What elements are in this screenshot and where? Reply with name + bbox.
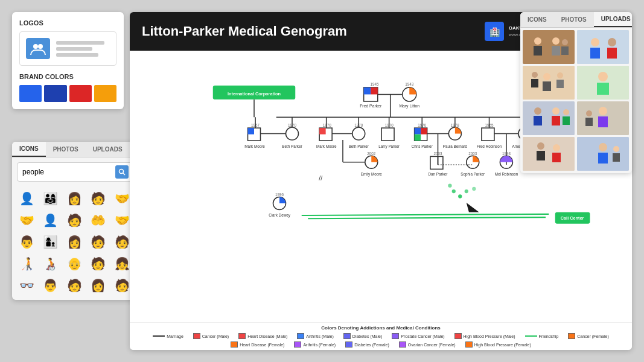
photo-7[interactable] <box>523 137 575 171</box>
legend-friendship: Friendship <box>525 333 559 339</box>
chris-q3 <box>415 135 421 141</box>
icon-6[interactable]: 🤝 <box>17 211 36 230</box>
icon-4[interactable]: 🧑 <box>89 189 108 208</box>
fred-name: Fred Parker <box>360 104 382 109</box>
icon-22[interactable]: 👨 <box>41 276 60 295</box>
beth2-name: Beth Parker <box>349 144 369 148</box>
svg-rect-17 <box>607 48 617 59</box>
svg-point-48 <box>613 146 619 152</box>
icon-24[interactable]: 👩 <box>89 276 108 295</box>
color-red[interactable] <box>69 85 92 102</box>
photos-grid <box>520 28 632 173</box>
svg-rect-12 <box>561 46 569 55</box>
photo-1[interactable] <box>523 30 575 64</box>
icon-8[interactable]: 🧑 <box>65 211 84 230</box>
legend-cancer-female: Cancer (Female) <box>568 333 609 339</box>
icon-20[interactable]: 👧 <box>112 254 132 273</box>
svg-rect-27 <box>597 83 609 95</box>
legend-heartdisease-male-label: Heart Disease (Male) <box>247 334 287 338</box>
fred-quad2 <box>371 87 378 95</box>
sophia-year: 2003 <box>468 151 477 156</box>
photo-3[interactable] <box>523 66 575 100</box>
icon-17[interactable]: 🧑‍🦽 <box>41 254 60 273</box>
svg-rect-30 <box>534 116 542 125</box>
icon-13[interactable]: 👩 <box>65 232 84 252</box>
right-tab-uploads[interactable]: UPLOADS <box>594 12 632 27</box>
icon-3[interactable]: 👩 <box>65 189 84 208</box>
svg-rect-10 <box>552 46 560 56</box>
photo-6[interactable] <box>577 101 629 135</box>
svg-rect-42 <box>537 151 545 160</box>
legend-hbp-male-label: High Blood Pressure (Male) <box>464 334 515 338</box>
emily-year: 2002 <box>367 151 376 156</box>
svg-point-11 <box>562 39 568 45</box>
mel-year: 1993 <box>502 151 511 156</box>
oakwood-logo-icon: 🏥 <box>485 22 504 41</box>
icon-7[interactable]: 👤 <box>41 211 60 230</box>
svg-rect-8 <box>534 46 542 56</box>
icon-15[interactable]: 🧑 <box>112 232 132 252</box>
mel-name: Mel Robinson <box>495 172 518 176</box>
sophia-quad <box>473 156 479 162</box>
legend-arthritis-female: Arthritis (Female) <box>294 341 336 348</box>
photo-8[interactable] <box>577 137 629 171</box>
tab-photos[interactable]: PHOTOS <box>46 142 86 157</box>
fred-r-symbol <box>482 128 494 141</box>
legend-title: Colors Denoting Addictions and Medical C… <box>136 325 626 331</box>
intl-corp-label: International Corporation <box>228 91 281 97</box>
tab-icons[interactable]: ICONS <box>12 142 46 157</box>
icon-23[interactable]: 🧑 <box>65 276 84 295</box>
right-tab-photos[interactable]: PHOTOS <box>554 12 594 27</box>
chris-name: Chris Parker <box>412 144 433 148</box>
icon-16[interactable]: 🧑‍🦯 <box>17 254 36 273</box>
friendship-line-2 <box>308 217 546 218</box>
svg-rect-24 <box>556 80 564 88</box>
icon-11[interactable]: 👨 <box>17 232 36 252</box>
icon-18[interactable]: 👴 <box>65 254 84 273</box>
legend-marriage-label: Marriage <box>167 334 183 338</box>
icon-21[interactable]: 👓 <box>17 276 36 295</box>
icon-14[interactable]: 🧑 <box>89 232 108 252</box>
legend-diabetes-male: Diabetes (Male) <box>343 333 382 339</box>
photo-5[interactable] <box>523 101 575 135</box>
tab-uploads[interactable]: UPLOADS <box>86 142 130 157</box>
icon-25[interactable]: 🧑 <box>112 276 132 295</box>
legend-cancer-female-label: Cancer (Female) <box>577 334 609 338</box>
svg-point-31 <box>552 107 560 115</box>
legend-cancer-male: Cancer (Male) <box>193 333 229 339</box>
photo-2[interactable] <box>577 30 629 64</box>
color-dark-blue[interactable] <box>44 85 66 102</box>
icon-2[interactable]: 👨‍👩‍👧 <box>41 189 60 208</box>
search-button[interactable] <box>115 165 129 179</box>
clark-year: 1996 <box>275 193 284 197</box>
svg-rect-13 <box>577 30 629 64</box>
legend-diabetes-female-label: Diabetes (Female) <box>354 343 389 347</box>
photo-4[interactable] <box>577 66 629 100</box>
color-blue[interactable] <box>19 85 42 102</box>
logo-preview <box>19 31 116 66</box>
icon-12[interactable]: 👩‍👦 <box>41 232 60 252</box>
larry-symbol <box>381 128 394 141</box>
legend-arthritis-male-label: Arthritis (Male) <box>306 334 334 338</box>
legend-ovarian-label: Ovarian Cancer (Female) <box>408 343 456 347</box>
dan-symbol <box>430 156 443 169</box>
svg-point-14 <box>591 38 599 46</box>
icon-10[interactable]: 🤝 <box>112 211 132 230</box>
icon-1[interactable]: 👤 <box>17 189 36 208</box>
legend-diabetes-female: Diabetes (Female) <box>345 341 389 348</box>
svg-rect-39 <box>585 118 593 126</box>
right-tab-icons[interactable]: ICONS <box>520 12 554 27</box>
legend-hbp-female: High Blood Pressure (Female) <box>465 341 531 348</box>
legend-heartdisease-female-label: Heart Disease (Female) <box>240 343 284 347</box>
beth2-symbol <box>352 127 365 140</box>
mark-m1-q1 <box>248 128 255 135</box>
icons-tabs-bar: ICONS PHOTOS UPLOADS <box>12 142 139 157</box>
icon-19[interactable]: 🧑 <box>89 254 108 273</box>
search-input[interactable] <box>22 168 115 176</box>
spinner-3 <box>472 187 476 191</box>
icon-9[interactable]: 🤲 <box>89 211 108 230</box>
legend-prostate: Prostate Cancer (Male) <box>392 333 444 339</box>
color-yellow[interactable] <box>94 85 116 102</box>
mary-year: 1943 <box>405 82 414 86</box>
icon-5[interactable]: 🤝 <box>112 189 132 208</box>
